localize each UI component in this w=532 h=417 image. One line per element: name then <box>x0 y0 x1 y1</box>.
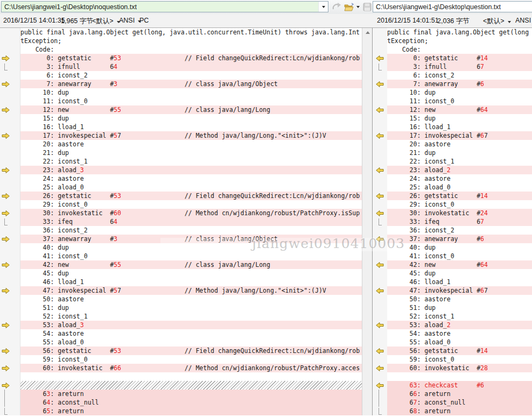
left-encoding-dropdown[interactable]: ANSI <box>119 17 141 24</box>
gutter-row <box>0 321 20 329</box>
diff-marker-icon[interactable] <box>2 322 10 328</box>
diff-marker-icon[interactable] <box>376 133 384 139</box>
gutter-row <box>373 286 387 295</box>
left-file-size: 1,965 字节 <box>61 17 93 26</box>
code-line: 7: anewarray #6 <box>387 80 532 88</box>
gutter-row <box>0 123 20 131</box>
gutter-row <box>373 183 387 192</box>
code-line: 22: iconst_1 <box>387 157 532 166</box>
code-line: 66: areturn <box>387 390 532 398</box>
gutter-row <box>373 80 387 88</box>
left-file-path-combo[interactable]: C:\Users\jiangwei1-g\Desktop\noquestion.… <box>1 1 328 12</box>
code-line: 42: new #55 // class java/lang/Long <box>20 260 362 269</box>
open-folder-icon[interactable] <box>344 2 355 12</box>
gutter-row <box>373 347 387 355</box>
diff-marker-icon[interactable] <box>376 167 384 173</box>
diff-marker-icon[interactable] <box>376 55 384 61</box>
gutter-row <box>373 45 387 54</box>
chevron-down-icon <box>508 21 511 23</box>
code-line: 29: iconst_0 <box>20 200 362 209</box>
right-format-dropdown[interactable]: <默认> <box>483 17 511 26</box>
left-pane-scrollbar[interactable] <box>362 28 373 415</box>
diff-marker-icon[interactable] <box>2 348 10 354</box>
swap-compare-icon[interactable] <box>331 2 342 12</box>
diff-marker-icon[interactable] <box>376 365 384 371</box>
gutter-row <box>373 329 387 338</box>
code-line: 53: aload_3 <box>20 321 362 329</box>
diff-marker-icon[interactable] <box>376 236 384 242</box>
code-line: 47: invokespecial #67 <box>387 286 532 295</box>
save-icon[interactable] <box>362 2 373 12</box>
left-path-dropdown-button[interactable] <box>318 2 328 12</box>
code-line: 54: aastore <box>387 329 532 338</box>
diff-bracket <box>379 398 382 407</box>
left-file-path[interactable]: C:\Users\jiangwei1-g\Desktop\noquestion.… <box>2 2 318 12</box>
diff-marker-icon[interactable] <box>2 210 10 216</box>
code-line: 23: aload_3 <box>20 166 362 174</box>
code-line: 37: anewarray #3 // class java/lang/Obje… <box>20 235 362 243</box>
code-line: 17: invokespecial #57 // Method java/lan… <box>20 131 362 140</box>
scroll-up-icon[interactable] <box>366 31 370 34</box>
gutter-row <box>0 295 20 303</box>
code-line: 0: getstatic #53 // Field changeQuickRed… <box>20 54 362 62</box>
diff-marker-icon[interactable] <box>376 210 384 216</box>
diff-marker-icon[interactable] <box>376 107 384 113</box>
left-format-dropdown[interactable]: <默认> <box>92 17 120 26</box>
diff-marker-icon[interactable] <box>2 81 10 87</box>
code-line: 30: invokestatic #24 <box>387 209 532 217</box>
diff-marker-icon[interactable] <box>376 348 384 354</box>
right-code-pane[interactable]: public final java.lang.Object get(longtE… <box>387 28 532 415</box>
gutter-row <box>0 278 20 286</box>
code-line: 36: iconst_2 <box>387 226 532 235</box>
gutter-row <box>373 235 387 243</box>
diff-marker-icon[interactable] <box>2 55 10 61</box>
gutter-row <box>0 166 20 174</box>
code-line: tException; <box>20 37 362 45</box>
diff-bracket <box>4 63 8 70</box>
diff-bracket <box>379 63 382 70</box>
diff-marker-icon[interactable] <box>376 193 384 199</box>
gutter-row <box>0 364 20 372</box>
diff-marker-icon[interactable] <box>2 167 10 173</box>
right-encoding-dropdown[interactable]: ANSI <box>515 17 531 24</box>
diff-marker-icon[interactable] <box>2 133 10 139</box>
gutter-row <box>373 140 387 149</box>
code-line: 46: lload_1 <box>20 278 362 286</box>
code-line: 25: aload_0 <box>20 183 362 192</box>
code-line: 12: new #64 <box>387 105 532 114</box>
gutter-row <box>373 312 387 321</box>
diff-marker-icon[interactable] <box>2 262 10 268</box>
right-file-path[interactable]: C:\Users\jiangwei1-g\Desktop\question.tx… <box>373 3 532 11</box>
code-line: 16: lload_1 <box>387 123 532 131</box>
code-line: 22: iconst_1 <box>20 157 362 166</box>
diff-marker-icon[interactable] <box>2 107 10 113</box>
open-folder-dropdown-button[interactable] <box>355 2 361 12</box>
diff-marker-icon[interactable] <box>376 262 384 268</box>
diff-marker-icon[interactable] <box>376 288 384 294</box>
right-file-path-combo[interactable]: C:\Users\jiangwei1-g\Desktop\question.tx… <box>373 1 532 12</box>
code-line: 52: iconst_1 <box>387 312 532 321</box>
diff-marker-icon[interactable] <box>2 365 10 371</box>
code-line: 51: dup <box>387 303 532 312</box>
diff-marker-icon[interactable] <box>2 288 10 294</box>
code-line: public final java.lang.Object get(long <box>387 28 532 37</box>
diff-marker-icon[interactable] <box>376 322 384 328</box>
gutter-row <box>373 62 387 71</box>
gutter-row <box>0 390 20 398</box>
code-line: 47: invokespecial #57 // Method java/lan… <box>20 286 362 295</box>
diff-marker-icon[interactable] <box>376 383 384 388</box>
code-line: 60: invokestatic #66 // Method cn/wjdian… <box>20 364 362 372</box>
diff-marker-icon[interactable] <box>2 236 10 242</box>
code-line <box>387 372 532 381</box>
diff-marker-icon[interactable] <box>2 383 10 388</box>
gutter-row <box>373 71 387 80</box>
code-line: 56: getstatic #14 <box>387 347 532 355</box>
diff-marker-icon[interactable] <box>2 193 10 199</box>
gutter-row <box>373 338 387 347</box>
gutter-row <box>373 123 387 131</box>
diff-marker-icon[interactable] <box>376 81 384 87</box>
gutter-row <box>0 149 20 157</box>
left-code-pane[interactable]: public final java.lang.Object get(long, … <box>20 28 362 415</box>
code-line: 3: ifnull 64 <box>20 62 362 71</box>
code-line: 30: invokestatic #60 // Method cn/wjdian… <box>20 209 362 217</box>
